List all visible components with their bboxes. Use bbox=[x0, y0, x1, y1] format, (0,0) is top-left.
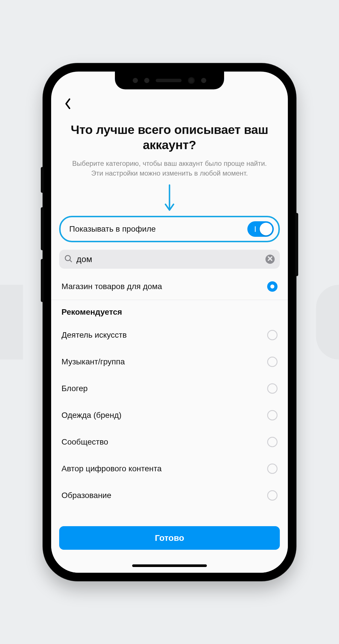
home-indicator[interactable] bbox=[132, 564, 207, 567]
category-option[interactable]: Одежда (бренд) bbox=[51, 402, 288, 429]
screen-content: Что лучше всего описывает ваш аккаунт? В… bbox=[51, 72, 288, 573]
category-label: Сообщество bbox=[61, 437, 108, 447]
radio-unselected[interactable] bbox=[267, 410, 278, 420]
phone-volume-down bbox=[41, 259, 44, 302]
category-option[interactable]: Образование bbox=[51, 482, 288, 509]
done-button[interactable]: Готово bbox=[59, 526, 280, 550]
radio-unselected[interactable] bbox=[267, 464, 278, 474]
page-subtitle: Выберите категорию, чтобы ваш аккаунт бы… bbox=[68, 159, 271, 178]
radio-unselected[interactable] bbox=[267, 357, 278, 367]
back-button[interactable] bbox=[61, 98, 74, 111]
category-option[interactable]: Деятель искусств bbox=[51, 322, 288, 349]
phone-screen: Что лучше всего описывает ваш аккаунт? В… bbox=[51, 72, 288, 573]
arrow-down-icon bbox=[164, 184, 175, 214]
sensor-dot bbox=[144, 78, 149, 83]
annotation-arrow bbox=[51, 184, 288, 214]
category-label: Магазин товаров для дома bbox=[61, 282, 162, 291]
category-option-selected[interactable]: Магазин товаров для дома bbox=[51, 273, 288, 300]
sensor-dot bbox=[133, 78, 138, 83]
search-input[interactable] bbox=[76, 254, 261, 264]
category-option[interactable]: Сообщество bbox=[51, 429, 288, 455]
toggle-label: Показывать в профиле bbox=[69, 224, 156, 234]
radio-selected[interactable] bbox=[267, 281, 278, 292]
toggle-switch[interactable] bbox=[247, 221, 274, 237]
nav-bar bbox=[51, 89, 288, 114]
category-option[interactable]: Автор цифрового контента bbox=[51, 455, 288, 482]
speaker-grille bbox=[156, 79, 182, 82]
radio-unselected[interactable] bbox=[267, 383, 278, 394]
phone-power-button bbox=[295, 213, 298, 276]
phone-side-button bbox=[41, 167, 44, 193]
watermark-block-left bbox=[0, 285, 23, 360]
clear-search-button[interactable] bbox=[265, 255, 275, 264]
phone-frame: Что лучше всего описывает ваш аккаунт? В… bbox=[43, 64, 296, 581]
phone-volume-up bbox=[41, 207, 44, 250]
show-in-profile-toggle-row[interactable]: Показывать в профиле bbox=[59, 216, 280, 242]
watermark-block-right bbox=[316, 285, 339, 360]
category-label: Автор цифрового контента bbox=[61, 464, 162, 473]
category-option[interactable]: Музыкант/группа bbox=[51, 349, 288, 375]
recommended-header: Рекомендуется bbox=[51, 300, 288, 322]
radio-unselected[interactable] bbox=[267, 490, 278, 501]
category-option[interactable]: Блогер bbox=[51, 375, 288, 402]
radio-unselected[interactable] bbox=[267, 330, 278, 340]
search-icon bbox=[64, 255, 72, 264]
category-label: Образование bbox=[61, 491, 111, 500]
radio-unselected[interactable] bbox=[267, 437, 278, 447]
category-label: Блогер bbox=[61, 384, 88, 393]
front-camera bbox=[188, 77, 195, 84]
category-label: Музыкант/группа bbox=[61, 357, 125, 366]
page-title: Что лучше всего описывает ваш аккаунт? bbox=[68, 122, 271, 153]
chevron-left-icon bbox=[64, 98, 71, 111]
close-icon bbox=[268, 256, 272, 262]
phone-notch bbox=[115, 72, 224, 89]
search-field[interactable] bbox=[59, 250, 280, 269]
svg-line-2 bbox=[70, 260, 72, 262]
sensor-dot bbox=[201, 78, 206, 83]
page-header: Что лучше всего описывает ваш аккаунт? В… bbox=[51, 114, 288, 181]
svg-point-1 bbox=[65, 255, 70, 261]
category-label: Одежда (бренд) bbox=[61, 411, 122, 420]
category-label: Деятель искусств bbox=[61, 330, 127, 340]
category-list: Магазин товаров для дома Рекомендуется Д… bbox=[51, 273, 288, 521]
